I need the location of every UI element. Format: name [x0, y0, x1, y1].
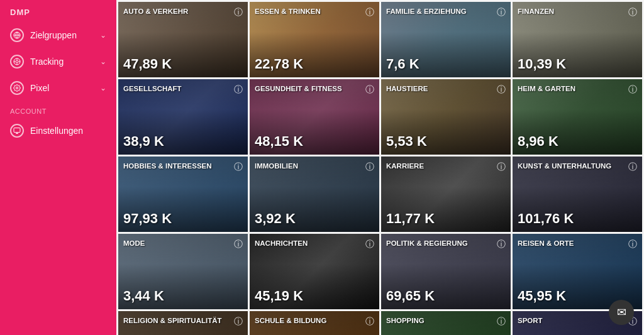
chevron-down-icon: ⌄ [100, 84, 106, 92]
card-hobbies[interactable]: HOBBIES & INTERESSEN ⓘ 97,93 K [118, 157, 248, 232]
info-icon[interactable]: ⓘ [628, 239, 637, 250]
card-content: SCHULE & BILDUNG ⓘ [250, 311, 379, 335]
card-header: HEIM & GARTEN ⓘ [518, 84, 637, 96]
chat-bubble-button[interactable]: ✉ [609, 300, 634, 325]
sidebar-item-pixel[interactable]: Pixel ⌄ [0, 75, 116, 101]
card-content: SHOPPING ⓘ [381, 311, 511, 335]
card-religion[interactable]: RELIGION & SPIRITUALITÄT ⓘ [118, 311, 248, 335]
info-icon[interactable]: ⓘ [628, 162, 637, 173]
info-icon[interactable]: ⓘ [628, 84, 637, 96]
info-icon[interactable]: ⓘ [365, 162, 374, 173]
sidebar-item-label: Pixel [30, 83, 94, 93]
card-content: RELIGION & SPIRITUALITÄT ⓘ [118, 311, 248, 335]
card-header: SHOPPING ⓘ [386, 316, 506, 327]
sidebar-item-zielgruppen[interactable]: Zielgruppen ⌄ [0, 22, 116, 48]
card-value: 5,53 K [386, 133, 506, 150]
card-header: FAMILIE & ERZIEHUNG ⓘ [386, 7, 506, 18]
card-mode[interactable]: MODE ⓘ 3,44 K [118, 234, 248, 309]
info-icon[interactable]: ⓘ [234, 239, 243, 250]
card-header: REISEN & ORTE ⓘ [518, 239, 637, 250]
sidebar-item-label: Tracking [30, 57, 94, 67]
info-icon[interactable]: ⓘ [234, 316, 243, 327]
svg-point-8 [16, 87, 18, 89]
card-title: FINANZEN [518, 7, 554, 16]
sidebar-item-einstellungen[interactable]: Einstellungen [0, 118, 116, 144]
card-immobilien[interactable]: IMMOBILIEN ⓘ 3,92 K [250, 157, 379, 232]
info-icon[interactable]: ⓘ [365, 239, 374, 250]
card-content: NACHRICHTEN ⓘ 45,19 K [250, 234, 379, 309]
card-finanzen[interactable]: FINANZEN ⓘ 10,39 K [513, 2, 642, 77]
card-value: 3,92 K [255, 211, 374, 227]
card-essen[interactable]: ESSEN & TRINKEN ⓘ 22,78 K [250, 2, 379, 77]
card-header: KUNST & UNTERHALTUNG ⓘ [518, 162, 637, 173]
card-title: HAUSTIERE [386, 84, 428, 94]
card-content: FAMILIE & ERZIEHUNG ⓘ 7,6 K [381, 2, 511, 77]
info-icon[interactable]: ⓘ [497, 239, 506, 250]
info-icon[interactable]: ⓘ [497, 316, 506, 327]
card-content: GESELLSCHAFT ⓘ 38,9 K [118, 79, 248, 155]
sidebar-item-label: Zielgruppen [30, 30, 94, 40]
card-title: IMMOBILIEN [255, 162, 298, 171]
info-icon[interactable]: ⓘ [365, 84, 374, 96]
card-value: 101,76 K [518, 211, 637, 227]
card-shopping[interactable]: SHOPPING ⓘ [381, 311, 511, 335]
card-reisen[interactable]: REISEN & ORTE ⓘ 45,95 K [513, 234, 642, 309]
card-title: REISEN & ORTE [518, 239, 574, 248]
card-heim[interactable]: HEIM & GARTEN ⓘ 8,96 K [513, 79, 642, 155]
card-content: POLITIK & REGIERUNG ⓘ 69,65 K [381, 234, 511, 309]
gear-icon [10, 81, 24, 95]
card-value: 8,96 K [518, 133, 637, 150]
card-title: SPORT [518, 316, 543, 326]
card-title: POLITIK & REGIERUNG [386, 239, 468, 248]
card-header: FINANZEN ⓘ [518, 7, 637, 18]
info-icon[interactable]: ⓘ [234, 162, 243, 173]
card-content: GESUNDHEIT & FITNESS ⓘ 48,15 K [250, 79, 379, 155]
sidebar-item-tracking[interactable]: Tracking ⌄ [0, 48, 116, 75]
card-politik[interactable]: POLITIK & REGIERUNG ⓘ 69,65 K [381, 234, 511, 309]
card-familie[interactable]: FAMILIE & ERZIEHUNG ⓘ 7,6 K [381, 2, 511, 77]
card-value: 22,78 K [255, 56, 374, 72]
card-title: SCHULE & BILDUNG [255, 316, 326, 326]
main-content: AUTO & VERKEHR ⓘ 47,89 K ESSEN & TRINKEN… [116, 0, 644, 335]
info-icon[interactable]: ⓘ [628, 7, 637, 18]
chat-icon: ✉ [617, 305, 626, 319]
card-value: 47,89 K [123, 56, 243, 72]
info-icon[interactable]: ⓘ [365, 316, 374, 327]
info-icon[interactable]: ⓘ [497, 162, 506, 173]
card-header: KARRIERE ⓘ [386, 162, 506, 173]
info-icon[interactable]: ⓘ [365, 7, 374, 18]
card-header: GESUNDHEIT & FITNESS ⓘ [255, 84, 374, 96]
card-value: 11,77 K [386, 211, 506, 227]
card-content: FINANZEN ⓘ 10,39 K [513, 2, 642, 77]
card-nachrichten[interactable]: NACHRICHTEN ⓘ 45,19 K [250, 234, 379, 309]
card-title: HOBBIES & INTERESSEN [123, 162, 212, 171]
card-title: SHOPPING [386, 316, 425, 326]
card-value: 48,15 K [255, 133, 374, 150]
info-icon[interactable]: ⓘ [497, 7, 506, 18]
card-content: HEIM & GARTEN ⓘ 8,96 K [513, 79, 642, 155]
svg-rect-9 [14, 128, 20, 133]
card-header: RELIGION & SPIRITUALITÄT ⓘ [123, 316, 243, 327]
card-gesundheit[interactable]: GESUNDHEIT & FITNESS ⓘ 48,15 K [250, 79, 379, 155]
card-haustiere[interactable]: HAUSTIERE ⓘ 5,53 K [381, 79, 511, 155]
card-header: MODE ⓘ [123, 239, 243, 250]
chevron-down-icon: ⌄ [100, 31, 106, 40]
info-icon[interactable]: ⓘ [234, 84, 243, 96]
info-icon[interactable]: ⓘ [234, 7, 243, 18]
card-value: 38,9 K [123, 133, 243, 150]
card-schule[interactable]: SCHULE & BILDUNG ⓘ [250, 311, 379, 335]
card-kunst[interactable]: KUNST & UNTERHALTUNG ⓘ 101,76 K [513, 157, 642, 232]
card-title: GESUNDHEIT & FITNESS [255, 84, 342, 94]
card-value: 3,44 K [123, 288, 243, 304]
card-header: AUTO & VERKEHR ⓘ [123, 7, 243, 18]
card-auto[interactable]: AUTO & VERKEHR ⓘ 47,89 K [118, 2, 248, 77]
card-gesellschaft[interactable]: GESELLSCHAFT ⓘ 38,9 K [118, 79, 248, 155]
card-title: KUNST & UNTERHALTUNG [518, 162, 611, 171]
card-title: KARRIERE [386, 162, 424, 171]
card-content: IMMOBILIEN ⓘ 3,92 K [250, 157, 379, 232]
card-content: KARRIERE ⓘ 11,77 K [381, 157, 511, 232]
card-karriere[interactable]: KARRIERE ⓘ 11,77 K [381, 157, 511, 232]
info-icon[interactable]: ⓘ [497, 84, 506, 96]
card-content: AUTO & VERKEHR ⓘ 47,89 K [118, 2, 248, 77]
card-header: POLITIK & REGIERUNG ⓘ [386, 239, 506, 250]
